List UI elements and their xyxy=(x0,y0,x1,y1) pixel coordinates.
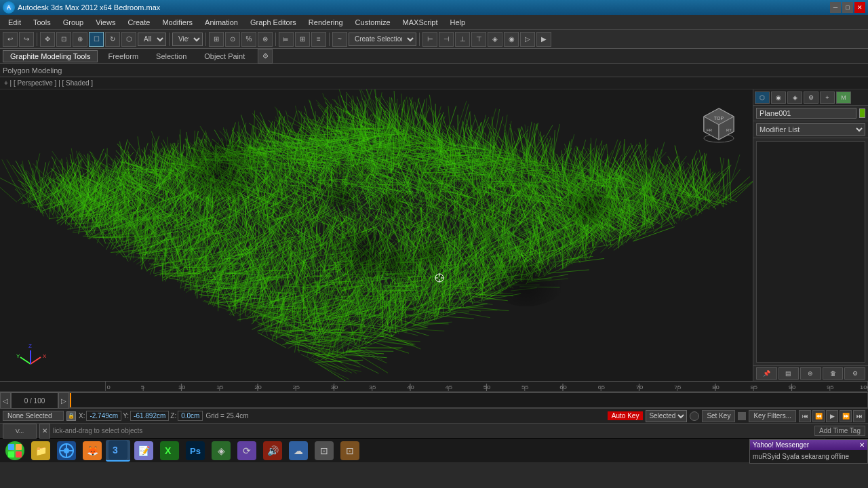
prev-frame-button[interactable]: ⏪ xyxy=(812,410,825,422)
close-button[interactable]: ✕ xyxy=(854,2,865,13)
set-key-button[interactable]: Set Key xyxy=(702,410,735,422)
timeline-next-button[interactable]: ▷ xyxy=(58,392,69,409)
modifier-list-dropdown[interactable]: Modifier List xyxy=(756,123,865,136)
next-frame-button[interactable]: ⏩ xyxy=(840,410,852,422)
make-unique-button[interactable]: ⊕ xyxy=(800,367,821,380)
render-setup-button[interactable]: ◉ xyxy=(504,32,519,47)
menu-customize[interactable]: Customize xyxy=(350,17,396,28)
move-button[interactable]: ⊕ xyxy=(73,32,87,47)
menu-graph-editors[interactable]: Graph Editors xyxy=(245,17,302,28)
play-forward-button[interactable]: ⏭ xyxy=(853,410,865,422)
rpanel-tab-hierarchy[interactable]: ⬡ xyxy=(755,92,770,104)
svg-text:20: 20 xyxy=(254,384,262,390)
app-green-button[interactable]: ◈ xyxy=(209,440,233,462)
menu-animation[interactable]: Animation xyxy=(199,17,243,28)
menu-tools[interactable]: Tools xyxy=(28,17,56,28)
curve-editor-button[interactable]: ~ xyxy=(332,32,347,47)
viewport[interactable]: TOP FR RT X Y Z xyxy=(0,89,753,381)
menu-maxscript[interactable]: MAXScript xyxy=(397,17,443,28)
menu-edit[interactable]: Edit xyxy=(3,17,26,28)
graphite-options-button[interactable]: ⚙ xyxy=(258,49,273,64)
svg-text:5: 5 xyxy=(141,384,144,390)
photoshop-button[interactable]: Ps xyxy=(183,440,208,462)
excel-button[interactable]: X xyxy=(157,440,182,462)
align-button[interactable]: ⊞ xyxy=(295,32,310,47)
select-button[interactable]: ✥ xyxy=(40,32,55,47)
tab-selection[interactable]: Selection xyxy=(149,50,194,62)
selected-dropdown[interactable]: Selected xyxy=(646,410,687,422)
play-back-button[interactable]: ⏮ xyxy=(799,410,811,422)
app-blue-button[interactable]: ☁ xyxy=(286,440,311,462)
maximize-button[interactable]: □ xyxy=(842,2,853,13)
notepad-button[interactable]: 📝 xyxy=(132,440,156,462)
snap-button[interactable]: ⊞ xyxy=(209,32,224,47)
mirror-button[interactable]: ⫢ xyxy=(279,32,294,47)
autokey-button[interactable]: Auto Key xyxy=(608,411,644,420)
timeline-track[interactable] xyxy=(69,392,868,408)
3dsmax-button[interactable]: 3 xyxy=(106,440,130,462)
layer-manager-button[interactable]: ≡ xyxy=(311,32,326,47)
menu-create[interactable]: Create xyxy=(122,17,155,28)
key-filters-button[interactable]: Key Filters... xyxy=(749,410,796,422)
menu-group[interactable]: Group xyxy=(58,17,90,28)
percent-snap-button[interactable]: % xyxy=(241,32,256,47)
app-brown-button[interactable]: ⊡ xyxy=(338,440,362,462)
menu-rendering[interactable]: Rendering xyxy=(303,17,349,28)
select-filter-dropdown[interactable]: All xyxy=(138,33,166,46)
app-gray-button[interactable]: ⊡ xyxy=(312,440,336,462)
app-purple-button[interactable]: ⟳ xyxy=(235,440,259,462)
viewport-cube[interactable]: TOP FR RT xyxy=(698,103,739,144)
rpanel-tab-utilities[interactable]: ⚙ xyxy=(804,92,818,104)
view-dropdown[interactable]: View xyxy=(172,33,203,46)
tab-freeform[interactable]: Freeform xyxy=(100,50,146,62)
lock-icon[interactable]: 🔒 xyxy=(66,411,76,421)
add-time-tag-button[interactable]: Add Time Tag xyxy=(814,426,865,436)
select-active-button[interactable]: ☐ xyxy=(89,32,104,47)
mini-curve-button[interactable]: V... xyxy=(3,424,37,439)
app-red-button[interactable]: 🔊 xyxy=(260,440,285,462)
firefox-button[interactable]: 🦊 xyxy=(80,440,104,462)
pin-stack-button[interactable]: 📌 xyxy=(756,367,777,380)
z-coord[interactable]: 0.0cm xyxy=(178,411,203,421)
angle-snap-button[interactable]: ⊙ xyxy=(225,32,240,47)
remove-modifier-button[interactable]: 🗑 xyxy=(823,367,844,380)
menu-modifiers[interactable]: Modifiers xyxy=(157,17,198,28)
yahoo-messenger-close[interactable]: ✕ xyxy=(859,441,865,449)
create-selection-dropdown[interactable]: Create Selection S... xyxy=(349,33,416,46)
svg-text:100: 100 xyxy=(860,384,868,390)
tab-object-paint[interactable]: Object Paint xyxy=(197,50,252,62)
tab-graphite-modeling[interactable]: Graphite Modeling Tools xyxy=(3,50,98,62)
minimize-button[interactable]: ─ xyxy=(830,2,841,13)
x-coord[interactable]: -2.749cm xyxy=(86,411,121,421)
spinner-snap-button[interactable]: ⊗ xyxy=(258,32,273,47)
track-view-button[interactable]: ⊥ xyxy=(455,32,470,47)
chrome-button[interactable] xyxy=(54,440,79,462)
object-name-input[interactable]: Plane001 xyxy=(756,108,856,119)
explorer-button[interactable]: 📁 xyxy=(28,440,53,462)
scale-button[interactable]: ⬡ xyxy=(121,32,136,47)
render-button[interactable]: ▷ xyxy=(520,32,535,47)
select-region-button[interactable]: ⊡ xyxy=(56,32,71,47)
schematic-button[interactable]: ⊤ xyxy=(471,32,486,47)
rpanel-tab-motion[interactable]: ◉ xyxy=(771,92,786,104)
menu-views[interactable]: Views xyxy=(90,17,121,28)
object-color-swatch[interactable] xyxy=(859,108,865,118)
config-sets-button[interactable]: ⚙ xyxy=(844,367,865,380)
redo-button[interactable]: ↪ xyxy=(19,32,34,47)
key-mode-button[interactable]: ⊢ xyxy=(422,32,437,47)
material-button[interactable]: ◈ xyxy=(488,32,502,47)
mini-close-button[interactable]: ✕ xyxy=(39,424,50,439)
menu-help[interactable]: Help xyxy=(445,17,471,28)
rpanel-tab-display[interactable]: ◈ xyxy=(787,92,802,104)
show-all-button[interactable]: ▤ xyxy=(778,367,800,380)
timeline-prev-button[interactable]: ◁ xyxy=(0,392,11,409)
render-last-button[interactable]: ▶ xyxy=(536,32,551,47)
time-button[interactable]: ⊣ xyxy=(439,32,454,47)
rotate-button[interactable]: ↻ xyxy=(105,32,120,47)
undo-button[interactable]: ↩ xyxy=(3,32,18,47)
y-coord[interactable]: -61.892cm xyxy=(130,411,169,421)
rpanel-tab-modify[interactable]: M xyxy=(836,92,851,104)
rpanel-tab-create[interactable]: + xyxy=(820,92,835,104)
play-button[interactable]: ▶ xyxy=(826,410,838,422)
start-button[interactable] xyxy=(3,440,27,462)
